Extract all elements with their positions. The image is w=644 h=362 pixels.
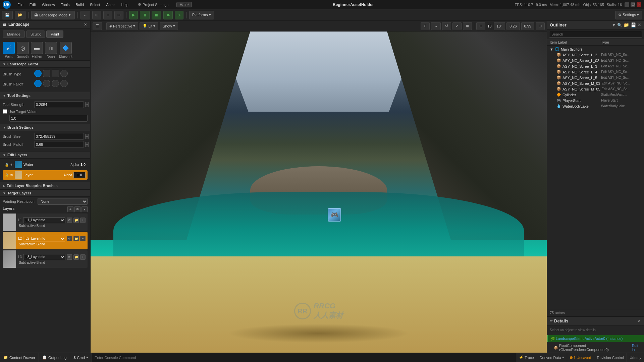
console-input-area[interactable] bbox=[92, 353, 516, 362]
menu-build[interactable]: Build bbox=[73, 2, 87, 7]
tree-item-asym05[interactable]: 📦 ASY_NC_Scree_M_05 Edit ASY_NC_Sc... bbox=[547, 86, 644, 92]
grid-btn[interactable]: ⊞ bbox=[476, 22, 485, 30]
outliner-search-input[interactable] bbox=[549, 31, 642, 38]
landscape-editor-section[interactable]: ▼ Landscape Editor bbox=[0, 60, 90, 68]
tree-item-cylinder[interactable]: 🔶 Cylinder StaticMeshActo... bbox=[547, 92, 644, 98]
tree-item-main[interactable]: ▼ 🌐 Main (Editor) bbox=[547, 46, 644, 52]
play-button[interactable]: ▶ bbox=[129, 11, 138, 19]
layers-chevron-btn[interactable]: ▾ bbox=[82, 206, 88, 212]
scale-btn[interactable]: ⤢ bbox=[452, 22, 462, 30]
layers-plus-btn[interactable]: + bbox=[67, 206, 73, 212]
landscape-panel-close[interactable]: ✕ bbox=[83, 22, 88, 27]
falloff-smooth[interactable] bbox=[34, 80, 42, 87]
tool-strength-reset[interactable]: ↩ bbox=[85, 102, 89, 107]
transform-button[interactable]: ↔ bbox=[80, 11, 90, 19]
tool-flatten[interactable]: ▬ Flatten bbox=[31, 42, 43, 58]
brush-shape-circle[interactable] bbox=[34, 70, 42, 77]
l1-plus-btn[interactable]: + bbox=[80, 218, 86, 223]
outliner-save-btn[interactable]: 💾 bbox=[631, 22, 636, 27]
falloff-linear[interactable] bbox=[43, 80, 50, 87]
details-close[interactable]: ✕ bbox=[637, 319, 641, 323]
perspective-button[interactable]: ◈ Perspective ▾ bbox=[106, 22, 138, 30]
brush-shape-cross[interactable] bbox=[60, 70, 68, 77]
menu-select[interactable]: Select bbox=[87, 2, 103, 7]
viewport[interactable]: ☰ ◈ Perspective ▾ 💡 Lit ▾ Show ▾ ⊕ ↔ ↺ ⤢… bbox=[91, 21, 547, 353]
layer-water-alpha-val[interactable]: 1.0 bbox=[80, 163, 86, 167]
tab-sculpt[interactable]: Sculpt bbox=[26, 31, 45, 38]
use-target-value-checkbox[interactable] bbox=[3, 109, 7, 114]
output-log-btn[interactable]: 📋 Output Log bbox=[39, 353, 70, 362]
simulate-button[interactable]: ▷ bbox=[175, 11, 183, 19]
l2-plus-btn[interactable]: + bbox=[80, 236, 86, 241]
trace-btn[interactable]: ⚡ Trace bbox=[516, 353, 537, 362]
menu-actor[interactable]: Actor bbox=[104, 2, 118, 7]
snap3-button[interactable]: ⊡ bbox=[114, 11, 123, 19]
tab-paint[interactable]: Paint bbox=[46, 31, 63, 38]
l3-plus-btn[interactable]: + bbox=[80, 254, 86, 260]
l2-dropdown[interactable]: L2_LayerInfo bbox=[23, 236, 65, 242]
l2-folder-btn[interactable]: 📁 bbox=[73, 236, 79, 241]
falloff-tip[interactable] bbox=[60, 80, 68, 87]
landscape-mode-button[interactable]: 🏔 Landscape Mode ▾ bbox=[31, 11, 75, 19]
edit-layers-section[interactable]: ▼ Edit Layers bbox=[0, 151, 90, 159]
gizmo-actor[interactable]: 🎮 bbox=[328, 208, 341, 222]
l3-dropdown[interactable]: L3_LayerInfo bbox=[23, 254, 65, 260]
udemy-btn[interactable]: Udemy bbox=[627, 353, 644, 362]
eject-button[interactable]: ⏏ bbox=[163, 11, 173, 19]
cursor-btn[interactable]: ⊕ bbox=[421, 22, 430, 30]
layer-water-row[interactable]: 🔒 👁 Water Alpha 1.0 bbox=[3, 160, 88, 169]
outliner-folder-btn[interactable]: 📁 bbox=[624, 22, 629, 27]
brush-settings-section[interactable]: ▼ Brush Settings bbox=[0, 124, 90, 131]
menu-edit[interactable]: Edit bbox=[27, 2, 39, 7]
layer-item-l3[interactable]: L3 L3_LayerInfo ↺ 📁 + Subtractive Blend bbox=[3, 250, 88, 268]
l1-folder-btn[interactable]: 📁 bbox=[73, 218, 79, 223]
brush-falloff-input[interactable] bbox=[34, 141, 84, 148]
l2-refresh-btn[interactable]: ↺ bbox=[67, 236, 72, 241]
layer-item-l2[interactable]: L2 L2_LayerInfo ↺ 📁 + Subtractive Blend bbox=[3, 232, 88, 249]
platforms-button[interactable]: Platforms ▾ bbox=[189, 11, 214, 19]
save-button[interactable]: 💾 bbox=[2, 11, 13, 19]
brush-size-input[interactable] bbox=[34, 133, 84, 140]
layer-item-l1[interactable]: L1 L1_LayerInfo ↺ 📁 + Subtractive Blend bbox=[3, 214, 88, 231]
details-edit-link[interactable]: Edit in bbox=[632, 344, 641, 352]
val099-btn[interactable]: 0.99 bbox=[521, 22, 534, 30]
stop-button[interactable]: ⏹ bbox=[152, 11, 161, 19]
lit-button[interactable]: 💡 Lit ▾ bbox=[140, 22, 158, 30]
outliner-filter-btn[interactable]: ▼ bbox=[612, 22, 616, 27]
viewport-settings-btn[interactable]: ⊞ bbox=[536, 22, 545, 30]
tree-item-asym03[interactable]: 📦 ASY_NC_Scree_M_03 Edit ASY_NC_Sc... bbox=[547, 80, 644, 86]
menu-help[interactable]: Help bbox=[118, 2, 131, 7]
l1-refresh-btn[interactable]: ↺ bbox=[67, 218, 72, 223]
brush-falloff-reset[interactable]: ↩ bbox=[85, 142, 89, 147]
tab-manage[interactable]: Manage bbox=[3, 31, 25, 38]
tool-settings-section[interactable]: ▼ Tool Settings bbox=[0, 92, 90, 99]
brush-shape-flat[interactable] bbox=[52, 70, 59, 77]
l1-dropdown[interactable]: L1_LayerInfo bbox=[23, 217, 65, 223]
tree-item-playerstart[interactable]: 🎮 PlayerStart PlayerStart bbox=[547, 98, 644, 103]
falloff-sphere[interactable] bbox=[52, 80, 59, 87]
scale-val-btn[interactable]: 0.26 bbox=[506, 22, 520, 30]
main-tab[interactable]: Main* bbox=[176, 2, 192, 7]
console-input[interactable] bbox=[95, 356, 513, 360]
viewport-scene[interactable]: 🎮 RR RRCG人人素材 bbox=[91, 32, 547, 353]
outliner-close-btn[interactable]: ✕ bbox=[638, 22, 641, 27]
tool-smooth[interactable]: ◎ Smooth bbox=[17, 42, 29, 58]
tree-item-asy3[interactable]: 📦 ASY_NC_Scree_L_3 Edit ASY_NC_Sc... bbox=[547, 63, 644, 69]
layer-active-alpha-input[interactable] bbox=[73, 172, 86, 178]
tree-item-asy5[interactable]: 📦 ASY_NC_Scree_L_5 Edit ASY_NC_Sc... bbox=[547, 75, 644, 80]
minimize-button[interactable]: — bbox=[625, 2, 629, 7]
menu-file[interactable]: File bbox=[15, 2, 26, 7]
tool-noise[interactable]: ≋ Noise bbox=[45, 42, 57, 58]
menu-window[interactable]: Window bbox=[39, 2, 58, 7]
cmd-btn[interactable]: $ Cmd ▾ bbox=[70, 353, 92, 362]
close-button[interactable]: ✕ bbox=[637, 2, 641, 7]
transform-mode-btn[interactable]: ⊞ bbox=[463, 22, 472, 30]
l3-refresh-btn[interactable]: ↺ bbox=[67, 254, 72, 260]
show-button[interactable]: Show ▾ bbox=[160, 22, 178, 30]
brush-shape-smooth[interactable] bbox=[43, 70, 50, 77]
snap-button[interactable]: ⊞ bbox=[92, 11, 101, 19]
edit-layer-blueprints-section[interactable]: ▶ Edit Layer Blueprint Brushes bbox=[0, 182, 90, 189]
tool-paint[interactable]: 🖌 Paint bbox=[3, 42, 15, 58]
l3-folder-btn[interactable]: 📁 bbox=[73, 254, 79, 260]
unsaved-indicator[interactable]: 1 Unsaved bbox=[567, 353, 594, 362]
